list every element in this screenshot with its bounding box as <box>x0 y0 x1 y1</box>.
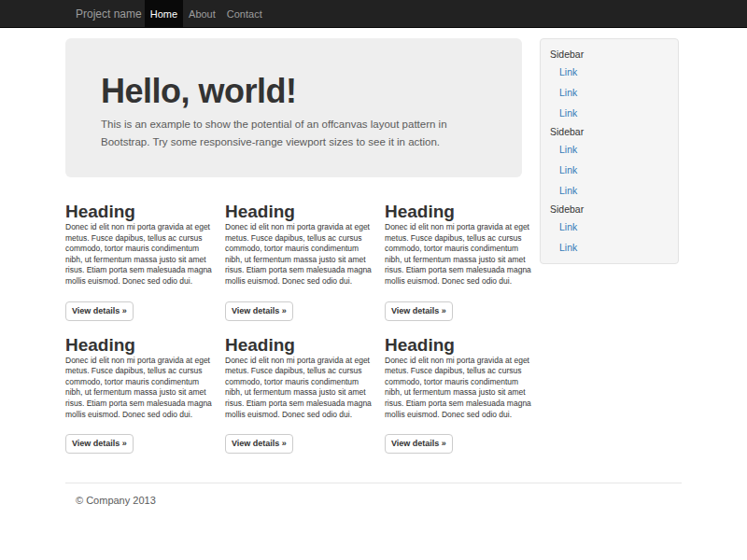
card-heading: Heading <box>225 203 372 221</box>
navbar: Project name HomeAboutContact <box>0 0 747 28</box>
sidebar-group-1: SidebarLinkLinkLink <box>550 48 669 122</box>
card-body-text: Donec id elit non mi porta gravida at eg… <box>65 356 212 421</box>
sidebar-group-title: Sidebar <box>550 203 669 216</box>
card-body-text: Donec id elit non mi porta gravida at eg… <box>225 222 372 287</box>
nav-item-home[interactable]: Home <box>145 0 183 28</box>
sidebar-group-title: Sidebar <box>550 125 669 138</box>
sidebar-link[interactable]: Link <box>559 141 669 159</box>
card-body-text: Donec id elit non mi porta gravida at eg… <box>65 222 212 287</box>
view-details-button[interactable]: View details » <box>65 434 134 454</box>
view-details-button[interactable]: View details » <box>385 301 453 321</box>
cards-grid: HeadingDonec id elit non mi porta gravid… <box>65 203 532 454</box>
content-card-6: HeadingDonec id elit non mi porta gravid… <box>385 336 531 455</box>
sidebar-link[interactable]: Link <box>559 105 669 122</box>
card-heading: Heading <box>225 336 372 355</box>
sidebar-link[interactable]: Link <box>559 182 669 200</box>
card-heading: Heading <box>385 336 531 355</box>
navbar-brand[interactable]: Project name <box>65 0 145 28</box>
sidebar: SidebarLinkLinkLinkSidebarLinkLinkLinkSi… <box>540 38 679 264</box>
view-details-button[interactable]: View details » <box>385 434 453 454</box>
sidebar-link[interactable]: Link <box>559 161 669 179</box>
card-heading: Heading <box>65 203 212 221</box>
nav-list-item: Contact <box>221 0 268 28</box>
footer-divider <box>65 483 682 483</box>
nav-list-item: Home <box>145 0 183 28</box>
sidebar-link[interactable]: Link <box>559 218 669 236</box>
sidebar-link[interactable]: Link <box>559 239 669 257</box>
view-details-button[interactable]: View details » <box>225 434 293 454</box>
navbar-inner: Project name HomeAboutContact <box>0 0 747 28</box>
sidebar-group-title: Sidebar <box>550 48 669 61</box>
content-card-3: HeadingDonec id elit non mi porta gravid… <box>385 203 531 321</box>
view-details-button[interactable]: View details » <box>225 301 293 321</box>
card-body-text: Donec id elit non mi porta gravida at eg… <box>225 356 372 421</box>
jumbotron-title: Hello, world! <box>101 72 494 110</box>
card-heading: Heading <box>65 336 212 355</box>
footer-copyright: © Company 2013 <box>76 494 156 508</box>
content-card-5: HeadingDonec id elit non mi porta gravid… <box>225 336 372 455</box>
content-card-2: HeadingDonec id elit non mi porta gravid… <box>225 203 372 321</box>
nav-item-about[interactable]: About <box>183 0 221 28</box>
content-card-1: HeadingDonec id elit non mi porta gravid… <box>65 203 212 321</box>
sidebar-link[interactable]: Link <box>559 84 669 102</box>
jumbotron-text: This is an example to show the potential… <box>101 116 486 151</box>
view-details-button[interactable]: View details » <box>65 301 134 321</box>
card-body-text: Donec id elit non mi porta gravida at eg… <box>385 356 531 421</box>
card-heading: Heading <box>385 203 531 221</box>
nav-list-item: About <box>183 0 221 28</box>
sidebar-group-2: SidebarLinkLinkLink <box>550 125 669 200</box>
sidebar-group-3: SidebarLinkLink <box>550 203 669 257</box>
sidebar-link[interactable]: Link <box>559 63 669 81</box>
content-card-4: HeadingDonec id elit non mi porta gravid… <box>65 336 212 455</box>
card-body-text: Donec id elit non mi porta gravida at eg… <box>385 222 531 287</box>
jumbotron: Hello, world! This is an example to show… <box>65 38 522 177</box>
nav-item-contact[interactable]: Contact <box>221 0 268 28</box>
navbar-menu: HomeAboutContact <box>145 0 268 28</box>
